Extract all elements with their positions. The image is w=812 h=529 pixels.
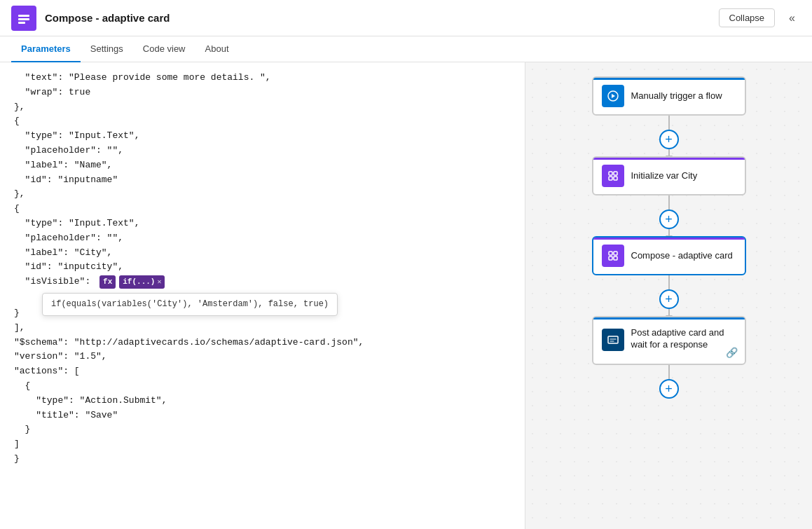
tab-settings[interactable]: Settings bbox=[81, 36, 133, 62]
connector-arrow-2 bbox=[668, 229, 670, 236]
connector-2: + bbox=[659, 195, 679, 236]
isvisible-label: "isVisible": bbox=[14, 275, 96, 289]
flow-diagram: Manually trigger a flow + bbox=[525, 62, 812, 529]
svg-rect-4 bbox=[609, 172, 612, 175]
code-line-13: "label": "City", bbox=[14, 246, 511, 261]
if-label: if(...) bbox=[123, 276, 155, 289]
svg-rect-0 bbox=[18, 15, 29, 17]
code-line-version: "version": "1.5", bbox=[14, 350, 511, 364]
code-line-7: "label": "Name", bbox=[14, 158, 511, 173]
connector-1: + bbox=[659, 116, 679, 156]
header: Compose - adaptive card Collapse « bbox=[0, 0, 812, 36]
connector-arrow-1 bbox=[668, 149, 670, 156]
code-line-5: "type": "Input.Text", bbox=[14, 129, 511, 144]
svg-rect-2 bbox=[18, 22, 25, 24]
svg-rect-9 bbox=[614, 252, 617, 255]
code-line-6: "placeholder": "", bbox=[14, 144, 511, 158]
connector-line-3 bbox=[668, 275, 670, 289]
flow-container: Manually trigger a flow + bbox=[578, 76, 760, 399]
svg-rect-7 bbox=[614, 177, 617, 180]
compose-icon bbox=[602, 245, 624, 267]
page-title: Compose - adaptive card bbox=[45, 12, 710, 24]
code-editor[interactable]: "text": "Please provide some more detail… bbox=[0, 62, 525, 529]
post-adaptive-label: Post adaptive card and wait for a respon… bbox=[631, 327, 736, 351]
svg-rect-5 bbox=[614, 172, 617, 175]
tab-codeview[interactable]: Code view bbox=[133, 36, 195, 62]
tab-about[interactable]: About bbox=[195, 36, 239, 62]
svg-rect-6 bbox=[609, 177, 612, 180]
svg-rect-8 bbox=[609, 252, 612, 255]
tooltip-text: if(equals(variables('City'), 'Amsterdam'… bbox=[51, 299, 329, 309]
main-content: "text": "Please provide some more detail… bbox=[0, 62, 812, 529]
tab-parameters[interactable]: Parameters bbox=[11, 36, 81, 62]
code-line-2: "wrap": true bbox=[14, 85, 511, 100]
post-adaptive-icon bbox=[602, 329, 624, 351]
code-line-1: "text": "Please provide some more detail… bbox=[14, 71, 511, 85]
add-step-4-button[interactable]: + bbox=[659, 379, 679, 399]
code-line-act2: "type": "Action.Submit", bbox=[14, 394, 511, 408]
connector-line-4 bbox=[668, 365, 670, 379]
code-line-act1: { bbox=[14, 379, 511, 394]
collapse-button[interactable]: Collapse bbox=[719, 8, 776, 27]
close-if-button[interactable]: ✕ bbox=[157, 277, 161, 288]
code-line-end: } bbox=[14, 452, 511, 467]
connector-arrow-3 bbox=[668, 309, 670, 316]
link-icon: 🔗 bbox=[726, 347, 738, 358]
code-line-4: { bbox=[14, 114, 511, 129]
initialize-var-label: Initialize var City bbox=[631, 170, 698, 182]
fx-icon-label: fx bbox=[103, 276, 112, 289]
connector-3: + bbox=[659, 275, 679, 316]
compose-adaptive-label: Compose - adaptive card bbox=[631, 250, 733, 262]
fx-badge[interactable]: fx bbox=[99, 275, 116, 289]
connector-4: + bbox=[659, 365, 679, 399]
node-manually-trigger[interactable]: Manually trigger a flow bbox=[592, 76, 746, 116]
code-line-9: }, bbox=[14, 187, 511, 202]
manually-trigger-icon bbox=[602, 85, 624, 107]
svg-rect-11 bbox=[614, 256, 617, 260]
connector-line-1 bbox=[668, 116, 670, 130]
code-line-11: "type": "Input.Text", bbox=[14, 217, 511, 231]
code-line-close2: ], bbox=[14, 321, 511, 336]
isvisible-row: "isVisible": fx if(...) ✕ if(equals(vari… bbox=[14, 275, 511, 289]
header-icon bbox=[11, 6, 36, 31]
node-initialize-var[interactable]: Initialize var City bbox=[592, 156, 746, 195]
code-line-act4: } bbox=[14, 422, 511, 437]
code-line-schema: "$schema": "http://adaptivecards.io/sche… bbox=[14, 336, 511, 350]
code-line-act3: "title": "Save" bbox=[14, 408, 511, 423]
add-step-3-button[interactable]: + bbox=[659, 289, 679, 309]
add-step-2-button[interactable]: + bbox=[659, 209, 679, 229]
code-line-3: }, bbox=[14, 100, 511, 115]
formula-tooltip: if(equals(variables('City'), 'Amsterdam'… bbox=[42, 293, 338, 316]
collapse-chevron-button[interactable]: « bbox=[783, 9, 801, 27]
if-badge[interactable]: if(...) ✕ bbox=[119, 275, 165, 289]
initialize-icon bbox=[602, 165, 624, 187]
code-panel: "text": "Please provide some more detail… bbox=[0, 62, 525, 529]
code-line-actions: "actions": [ bbox=[14, 364, 511, 379]
tab-bar: Parameters Settings Code view About bbox=[0, 36, 812, 62]
code-line-8: "id": "inputname" bbox=[14, 173, 511, 188]
add-step-1-button[interactable]: + bbox=[659, 130, 679, 149]
svg-rect-12 bbox=[608, 336, 618, 343]
manually-trigger-label: Manually trigger a flow bbox=[631, 90, 722, 102]
svg-rect-10 bbox=[609, 256, 612, 260]
node-post-adaptive[interactable]: Post adaptive card and wait for a respon… bbox=[592, 316, 746, 365]
code-line-12: "placeholder": "", bbox=[14, 231, 511, 246]
node-compose-adaptive[interactable]: Compose - adaptive card bbox=[592, 236, 746, 275]
svg-rect-1 bbox=[18, 18, 29, 20]
code-line-14: "id": "inputcity", bbox=[14, 260, 511, 275]
code-line-act5: ] bbox=[14, 437, 511, 452]
connector-line-2 bbox=[668, 195, 670, 209]
code-line-10: { bbox=[14, 202, 511, 217]
